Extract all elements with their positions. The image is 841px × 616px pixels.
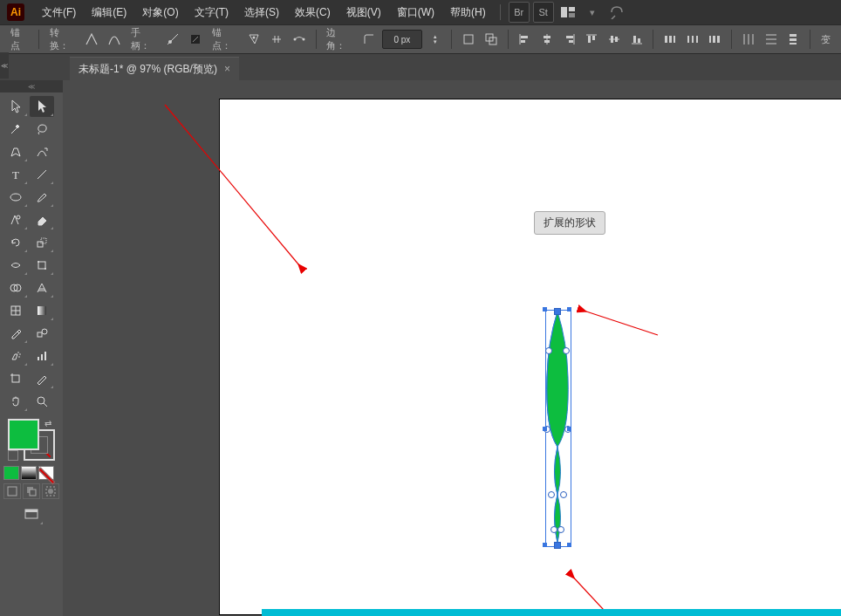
magic-wand-tool-icon[interactable] xyxy=(3,119,28,140)
menu-select[interactable]: 选择(S) xyxy=(237,2,286,24)
pen-tool-icon[interactable] xyxy=(3,141,28,162)
default-fill-stroke-icon[interactable] xyxy=(8,450,18,461)
color-gradient-icon[interactable] xyxy=(21,466,37,480)
toolbar-collapse-icon[interactable]: ≪ xyxy=(0,80,63,92)
canvas-area[interactable]: 扩展的形状 xyxy=(63,80,841,616)
document-tab[interactable]: 未标题-1* @ 97% (RGB/预览) × xyxy=(70,57,239,80)
anchor-point[interactable] xyxy=(554,542,561,549)
align-pixel-icon[interactable] xyxy=(459,29,478,50)
shape-builder-tool-icon[interactable] xyxy=(3,277,28,298)
lasso-tool-icon[interactable] xyxy=(30,119,54,140)
anchor-point[interactable] xyxy=(548,491,555,498)
vector-shape[interactable] xyxy=(63,80,841,616)
svg-rect-38 xyxy=(709,36,711,43)
align-hcenter-icon[interactable] xyxy=(537,29,557,50)
anchor-point[interactable] xyxy=(554,308,561,315)
rotate-tool-icon[interactable] xyxy=(3,232,28,253)
distribute-v-bottom-icon[interactable] xyxy=(783,29,803,50)
corner-radius-input[interactable] xyxy=(382,30,422,49)
align-bottom-icon[interactable] xyxy=(627,29,646,50)
distribute-h-right-icon[interactable] xyxy=(706,29,725,50)
align-right-icon[interactable] xyxy=(560,29,579,50)
mesh-tool-icon[interactable] xyxy=(3,300,28,321)
convert-corner-icon[interactable] xyxy=(83,29,102,50)
convert-smooth-icon[interactable] xyxy=(105,29,124,50)
direct-selection-tool-icon[interactable] xyxy=(30,96,54,117)
curvature-tool-icon[interactable] xyxy=(30,141,54,162)
handle-point[interactable] xyxy=(567,427,571,431)
anchor-point[interactable] xyxy=(557,526,564,533)
menu-view[interactable]: 视图(V) xyxy=(339,2,388,24)
workspace-switcher-icon[interactable]: ▾ xyxy=(582,2,603,23)
width-tool-icon[interactable] xyxy=(3,255,28,276)
anchor-point[interactable] xyxy=(560,491,567,498)
search-icon[interactable] xyxy=(606,2,627,23)
swap-fill-stroke-icon[interactable]: ⇄ xyxy=(44,419,51,428)
eyedropper-tool-icon[interactable] xyxy=(3,323,28,344)
blend-tool-icon[interactable] xyxy=(30,323,54,344)
handle-point[interactable] xyxy=(543,307,547,311)
menu-effect[interactable]: 效果(C) xyxy=(288,2,338,24)
distribute-h-center-icon[interactable] xyxy=(683,29,702,50)
menu-help[interactable]: 帮助(H) xyxy=(443,2,493,24)
color-solid-icon[interactable] xyxy=(3,466,19,480)
cut-path-icon[interactable] xyxy=(267,29,286,50)
hand-tool-icon[interactable] xyxy=(3,391,28,412)
bridge-button[interactable]: Br xyxy=(509,2,530,23)
zoom-tool-icon[interactable] xyxy=(30,391,54,412)
scale-tool-icon[interactable] xyxy=(30,232,54,253)
fill-swatch[interactable] xyxy=(8,419,39,450)
paintbrush-tool-icon[interactable] xyxy=(30,187,54,208)
color-none-icon[interactable] xyxy=(38,466,54,480)
align-top-icon[interactable] xyxy=(583,29,602,50)
menu-text[interactable]: 文字(T) xyxy=(188,2,236,24)
workspace-layout-icon[interactable] xyxy=(557,2,578,23)
distribute-v-center-icon[interactable] xyxy=(762,29,781,50)
perspective-grid-tool-icon[interactable] xyxy=(30,277,54,298)
artboard-tool-icon[interactable] xyxy=(3,368,28,389)
menu-file[interactable]: 文件(F) xyxy=(35,2,83,24)
fill-stroke-swatch[interactable]: ⇄ xyxy=(8,419,55,461)
align-vcenter-icon[interactable] xyxy=(605,29,624,50)
distribute-h-left-icon[interactable] xyxy=(660,29,680,50)
menu-object[interactable]: 对象(O) xyxy=(135,2,185,24)
handle-hide-icon[interactable] xyxy=(186,29,205,50)
handle-point[interactable] xyxy=(543,427,547,431)
free-transform-tool-icon[interactable] xyxy=(30,255,54,276)
anchor-point[interactable] xyxy=(545,347,552,354)
svg-rect-27 xyxy=(611,36,613,43)
selection-tool-icon[interactable] xyxy=(3,96,28,117)
remove-anchor-icon[interactable] xyxy=(245,29,264,50)
graph-tool-icon[interactable] xyxy=(30,346,54,366)
handle-show-icon[interactable] xyxy=(164,29,183,50)
corner-type-icon[interactable] xyxy=(359,29,379,50)
panel-collapse-icon[interactable]: ≪ xyxy=(0,52,9,79)
anchor-label: 锚点 xyxy=(10,26,28,52)
draw-inside-icon[interactable] xyxy=(42,483,59,499)
stock-button[interactable]: St xyxy=(533,2,554,23)
screen-mode-icon[interactable] xyxy=(19,504,44,525)
handle-point[interactable] xyxy=(543,543,547,547)
distribute-v-top-icon[interactable] xyxy=(739,29,758,50)
symbol-sprayer-tool-icon[interactable] xyxy=(3,346,28,366)
shaper-tool-icon[interactable] xyxy=(3,209,28,230)
stepper-icon[interactable]: ▲▼ xyxy=(426,29,445,50)
align-left-icon[interactable] xyxy=(516,29,535,50)
handle-point[interactable] xyxy=(567,543,571,547)
menu-edit[interactable]: 编辑(E) xyxy=(85,2,133,24)
slice-tool-icon[interactable] xyxy=(30,368,54,389)
draw-behind-icon[interactable] xyxy=(23,483,40,499)
isolate-icon[interactable] xyxy=(482,29,501,50)
ellipse-tool-icon[interactable] xyxy=(3,187,28,208)
menu-window[interactable]: 窗口(W) xyxy=(390,2,441,24)
line-tool-icon[interactable] xyxy=(30,164,54,185)
eraser-tool-icon[interactable] xyxy=(30,209,54,230)
connect-anchor-icon[interactable] xyxy=(290,29,309,50)
tab-close-icon[interactable]: × xyxy=(224,63,230,75)
gradient-tool-icon[interactable] xyxy=(30,300,54,321)
handle-point[interactable] xyxy=(567,307,571,311)
anchor-point[interactable] xyxy=(563,347,570,354)
draw-normal-icon[interactable] xyxy=(3,483,21,499)
type-tool-icon[interactable]: T xyxy=(3,164,28,185)
anchor-point[interactable] xyxy=(550,526,557,533)
